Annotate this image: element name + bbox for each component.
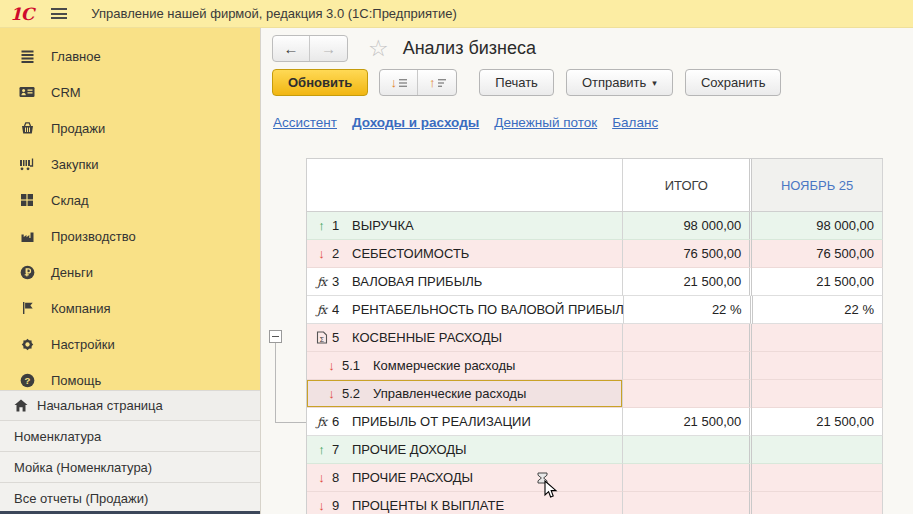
sidebar-item-sales[interactable]: Продажи (0, 110, 260, 146)
sidebar-item-main[interactable]: Главное (0, 38, 260, 74)
main-menu-icon[interactable] (51, 8, 67, 19)
factory-icon (18, 228, 36, 244)
dropdown-caret-icon: ▾ (652, 78, 657, 88)
arrow-down-lines-icon: ↓ (391, 75, 398, 90)
expand-collapse-buttons: ↓ ↑ (379, 69, 457, 96)
total-cell[interactable] (623, 492, 752, 514)
total-cell[interactable] (623, 380, 752, 408)
period-cell[interactable]: 22 % (753, 296, 883, 324)
period-cell[interactable] (752, 464, 883, 492)
table-row-other-expenses[interactable]: 8ПРОЧИЕ РАСХОДЫ (307, 464, 883, 492)
forward-button[interactable]: → (310, 36, 347, 61)
lines-glyph (399, 78, 407, 88)
open-windows-panel: Начальная страница Номенклатура Мойка (Н… (0, 390, 260, 514)
tree-collapse-button[interactable] (269, 330, 282, 343)
home-icon (14, 399, 28, 412)
grid-icon (18, 192, 36, 208)
sidebar-item-production[interactable]: Производство (0, 218, 260, 254)
svg-text:?: ? (24, 374, 30, 385)
period-cell[interactable]: 98 000,00 (752, 212, 883, 240)
table-header-row: ИТОГО НОЯБРЬ 25 (307, 159, 883, 212)
tab-cash-flow[interactable]: Денежный поток (494, 115, 597, 130)
svg-text:Σ: Σ (319, 336, 324, 343)
total-cell[interactable] (623, 324, 752, 352)
arrow-up-lines-icon: ↑ (429, 75, 436, 90)
total-cell[interactable] (623, 464, 752, 492)
period-cell[interactable]: 76 500,00 (752, 240, 883, 268)
sidebar-item-money[interactable]: Деньги (0, 254, 260, 290)
total-cell[interactable] (623, 436, 752, 464)
trend-down-icon (314, 470, 329, 485)
period-cell[interactable]: 21 500,00 (752, 268, 883, 296)
tree-branch-line (275, 343, 276, 422)
period-cell[interactable] (752, 436, 883, 464)
sidebar: Главное CRM Продажи Закупки (0, 28, 260, 514)
period-cell[interactable] (752, 352, 883, 380)
window-tab-home[interactable]: Начальная страница (0, 390, 260, 421)
ruble-coin-icon (18, 264, 36, 280)
sidebar-item-crm[interactable]: CRM (0, 74, 260, 110)
table-row-sales-profit[interactable]: 6ПРИБЫЛЬ ОТ РЕАЛИЗАЦИИ 21 500,00 21 500,… (307, 408, 883, 436)
sidebar-item-company[interactable]: Компания (0, 290, 260, 326)
total-cell[interactable]: 21 500,00 (623, 408, 752, 436)
tab-income-expenses[interactable]: Доходы и расходы (352, 115, 479, 130)
total-cell[interactable]: 98 000,00 (623, 212, 752, 240)
table-row-commercial-expenses[interactable]: 5.1Коммерческие расходы (307, 352, 883, 380)
window-tab-nomenclature[interactable]: Номенклатура (0, 421, 260, 452)
1c-logo-icon: 1С (10, 4, 33, 24)
save-button[interactable]: Сохранить (685, 69, 782, 96)
sidebar-item-settings[interactable]: Настройки (0, 326, 260, 362)
period-cell[interactable] (752, 492, 883, 514)
contact-card-icon (18, 84, 36, 100)
report-tabs: Ассистент Доходы и расходы Денежный пото… (273, 115, 658, 130)
total-cell[interactable]: 76 500,00 (623, 240, 752, 268)
group-sum-icon: Σ (314, 331, 329, 344)
sidebar-item-warehouse[interactable]: Склад (0, 182, 260, 218)
window-tab-all-reports[interactable]: Все отчеты (Продажи) (0, 483, 260, 514)
window-title: Управление нашей фирмой, редакция 3.0 (1… (91, 6, 456, 21)
total-column-header[interactable]: ИТОГО (623, 159, 752, 211)
table-row-revenue[interactable]: 1ВЫРУЧКА 98 000,00 98 000,00 (307, 212, 883, 240)
table-row-interest-payable[interactable]: 9ПРОЦЕНТЫ К ВЫПЛАТЕ (307, 492, 883, 514)
print-button[interactable]: Печать (479, 69, 554, 96)
total-cell[interactable]: 22 % (624, 296, 753, 324)
refresh-button[interactable]: Обновить (272, 69, 368, 96)
total-cell[interactable]: 21 500,00 (623, 268, 752, 296)
trend-down-icon (324, 386, 339, 401)
collapse-groups-button[interactable]: ↑ (418, 70, 456, 95)
send-button[interactable]: Отправить ▾ (566, 69, 673, 96)
period-column-header[interactable]: НОЯБРЬ 25 (752, 159, 883, 211)
table-row-gross-margin[interactable]: 4РЕНТАБЕЛЬНОСТЬ ПО ВАЛОВОЙ ПРИБЫЛИ 22 % … (307, 296, 883, 324)
tab-assistant[interactable]: Ассистент (273, 115, 337, 130)
table-row-administrative-expenses-selected[interactable]: 5.2Управленческие расходы (307, 380, 883, 408)
back-button[interactable]: ← (273, 36, 310, 61)
window-tab-moika[interactable]: Мойка (Номенклатура) (0, 452, 260, 483)
flag-icon (18, 300, 36, 316)
period-cell[interactable]: 21 500,00 (752, 408, 883, 436)
expand-groups-button[interactable]: ↓ (380, 70, 418, 95)
period-cell[interactable] (752, 324, 883, 352)
table-row-gross-profit[interactable]: 3ВАЛОВАЯ ПРИБЫЛЬ 21 500,00 21 500,00 (307, 268, 883, 296)
formula-icon (314, 415, 329, 429)
tree-branch-line (275, 422, 306, 423)
table-row-indirect-costs[interactable]: Σ5КОСВЕННЫЕ РАСХОДЫ (307, 324, 883, 352)
gear-icon (18, 336, 36, 352)
lines-glyph (438, 78, 446, 88)
tab-balance[interactable]: Баланс (612, 115, 658, 130)
sidebar-item-purchases[interactable]: Закупки (0, 146, 260, 182)
table-row-other-income[interactable]: 7ПРОЧИЕ ДОХОДЫ (307, 436, 883, 464)
cart-icon (18, 156, 36, 172)
section-menu: Главное CRM Продажи Закупки (0, 28, 260, 398)
menu-lines-icon (18, 48, 36, 64)
page-title: Анализ бизнеса (403, 38, 536, 59)
app-window: 1С Управление нашей фирмой, редакция 3.0… (0, 0, 913, 514)
period-cell[interactable] (752, 380, 883, 408)
indicator-column-header[interactable] (307, 159, 623, 211)
table-row-cost[interactable]: 2СЕБЕСТОИМОСТЬ 76 500,00 76 500,00 (307, 240, 883, 268)
formula-icon (314, 275, 329, 289)
main-content: ← → ☆ Анализ бизнеса Обновить ↓ ↑ Печать… (261, 28, 913, 514)
formula-icon (314, 303, 329, 317)
favorite-star-icon[interactable]: ☆ (368, 37, 389, 60)
total-cell[interactable] (623, 352, 752, 380)
basket-icon (18, 120, 36, 136)
